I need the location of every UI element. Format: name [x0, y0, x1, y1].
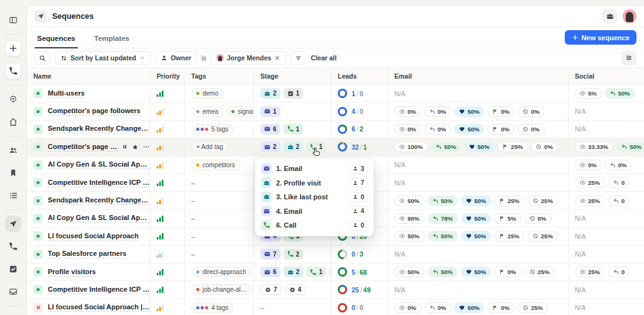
stage-chip-briefcase[interactable]: 2	[284, 141, 304, 152]
popup-step-item[interactable]: 3. Like last post0	[259, 190, 370, 204]
cell-email: 0%0%50%0%0%	[388, 102, 569, 119]
new-sequence-button[interactable]: New sequence	[565, 30, 636, 45]
cell-priority	[150, 121, 185, 138]
table-row[interactable]: Profile visitorsdirect-approach62115/685…	[27, 263, 644, 281]
sidebar-item-explore[interactable]	[5, 91, 21, 108]
tag-pill[interactable]: signal…	[226, 106, 254, 117]
popup-step-label: 1. Email	[276, 165, 303, 172]
column-header-tags[interactable]: Tags	[185, 68, 254, 84]
sidebar-item-sequences[interactable]	[5, 216, 21, 232]
workspace-button[interactable]	[602, 9, 618, 24]
sidebar-item-inbox[interactable]	[5, 284, 21, 300]
tag-pill[interactable]: job-change-alerts	[191, 284, 253, 295]
stage-chip-circle[interactable]: 7	[260, 284, 282, 295]
tab-sequences[interactable]: Sequences	[35, 30, 78, 48]
cell-priority	[150, 157, 185, 174]
clear-all-button[interactable]: Clear all	[311, 54, 336, 62]
sequence-name-link[interactable]: LI focused Social Approach | Apr2	[48, 303, 150, 312]
priority-indicator	[157, 143, 164, 150]
stage-chip-phone[interactable]: 2	[284, 249, 304, 260]
more-options-button[interactable]	[143, 143, 150, 150]
add-tag-button[interactable]: + Add tag	[191, 141, 228, 152]
column-header-leads[interactable]: Leads	[331, 68, 388, 84]
stage-dash: –	[260, 304, 264, 311]
table-row[interactable]: Top Salesforce partners–720/3N/AN/A	[27, 246, 644, 263]
stage-chip-envelope[interactable]: 6	[260, 267, 280, 277]
tag-pill[interactable]: competitors	[191, 160, 240, 170]
sequence-name-link[interactable]: Sendspark Recently Changed Jobs |…	[48, 124, 150, 133]
sequence-name-link[interactable]: AI Copy Gen & SL Social Approach | S…	[48, 214, 150, 223]
sequence-name-link[interactable]: Profile visitors	[48, 268, 96, 277]
sequence-name-link[interactable]: LI focused Social Approach	[48, 232, 138, 241]
column-settings-button[interactable]	[621, 50, 636, 65]
tags-count-pill[interactable]: 5 tags	[191, 124, 233, 135]
sequence-name-link[interactable]: Sendspark Recently Changed Jobs |…	[48, 196, 150, 205]
stage-chip-phone[interactable]: 1	[284, 124, 304, 135]
stage-chip-envelope[interactable]: 7	[260, 249, 280, 260]
sidebar-item-data[interactable]	[5, 312, 21, 315]
stage-chip-phone[interactable]: 1	[306, 141, 326, 152]
stage-chip-briefcase[interactable]: 2	[260, 88, 280, 99]
sequence-name-link[interactable]: Multi-users	[48, 89, 85, 98]
sidebar-item-tasks[interactable]	[5, 261, 21, 277]
column-header-email[interactable]: Email	[388, 68, 569, 84]
metric-na: N/A	[575, 125, 586, 133]
column-header-stage[interactable]: Stage	[254, 68, 331, 84]
table-row[interactable]: Competitor's page follow… + Add tag22132…	[27, 138, 644, 156]
cell-social: N/A	[569, 210, 644, 227]
stage-chip-briefcase[interactable]: 2	[284, 267, 304, 277]
pause-button[interactable]	[122, 144, 128, 150]
tab-templates[interactable]: Templates	[92, 30, 132, 48]
table-row[interactable]: Sendspark Recently Changed Jobs |…5 tags…	[27, 121, 644, 138]
sequence-name-link[interactable]: Competitive Intelligence ICP - Recent…	[48, 285, 150, 294]
table-row[interactable]: Competitor's page followersemeasignal…14…	[27, 102, 644, 120]
stage-chip-check[interactable]: 1	[284, 88, 304, 99]
tag-pill[interactable]: emea	[191, 106, 223, 117]
sequence-name-link[interactable]: Competitor's page follow…	[48, 143, 118, 152]
column-header-social[interactable]: Social	[569, 68, 644, 84]
sidebar-item-calls[interactable]	[5, 238, 21, 255]
tag-pill[interactable]: direct-approach	[191, 267, 251, 277]
popup-step-item[interactable]: 6. Call0	[259, 218, 370, 233]
sort-dropdown[interactable]: Sort by Last updated	[55, 51, 151, 65]
tags-count-pill[interactable]: 4 tags	[191, 302, 233, 313]
stage-chip-envelope[interactable]: 2	[260, 141, 280, 152]
add-filter-button[interactable]	[291, 51, 306, 65]
app-root: Sequences SequencesTemplates New sequenc…	[0, 0, 644, 315]
sidebar-item-home[interactable]	[5, 114, 21, 130]
inbox-icon	[9, 287, 18, 296]
tag-pill[interactable]: demo	[191, 88, 223, 99]
user-avatar[interactable]	[623, 9, 636, 23]
status-active-dot	[33, 196, 43, 206]
owner-filter-value[interactable]: Jorge Mendes	[211, 51, 287, 65]
popup-step-item[interactable]: 2. Profile visit7	[259, 176, 370, 191]
sequence-name-link[interactable]: Competitive Intelligence ICP - Recent…	[48, 179, 150, 187]
stage-chip-envelope[interactable]: 6	[260, 124, 280, 135]
sequence-name-link[interactable]: Top Salesforce partners	[48, 250, 126, 258]
search-button[interactable]	[35, 51, 50, 65]
popup-step-label: 3. Like last post	[276, 193, 328, 201]
star-button[interactable]	[132, 144, 138, 150]
sequence-name-link[interactable]: AI Copy Gen & SL Social Approach | S…	[48, 160, 150, 169]
sidebar-item-toggle-sidebar[interactable]	[5, 12, 21, 28]
popup-step-item[interactable]: 1. Email3	[259, 162, 370, 176]
table-row[interactable]: Multi-usersdemo211/0N/A5%50%	[27, 85, 644, 102]
close-icon[interactable]	[274, 55, 280, 61]
stage-chip-envelope[interactable]: 1	[260, 106, 280, 117]
sidebar-item-quick-add[interactable]	[5, 40, 21, 57]
cell-name: Competitor's page followers	[27, 102, 150, 119]
sidebar-item-lists[interactable]	[5, 187, 21, 204]
sidebar-item-saved[interactable]	[5, 165, 21, 181]
column-header-priority[interactable]: Priority	[150, 68, 185, 84]
heart-icon	[466, 216, 472, 221]
sidebar-item-contacts[interactable]	[5, 142, 21, 158]
column-header-name[interactable]: Name	[27, 68, 150, 84]
table-row[interactable]: Competitive Intelligence ICP - Recent…jo…	[27, 281, 644, 299]
table-row[interactable]: LI focused Social Approach | Apr24 tags–…	[27, 299, 644, 315]
sequence-name-link[interactable]: Competitor's page followers	[48, 107, 140, 116]
owner-filter-field[interactable]: Owner	[155, 51, 197, 65]
stage-chip-circle[interactable]: 4	[285, 284, 306, 295]
popup-step-item[interactable]: 4. Email4	[259, 204, 370, 219]
sidebar-item-dialer[interactable]	[5, 63, 21, 79]
stage-chip-phone[interactable]: 1	[306, 267, 326, 277]
